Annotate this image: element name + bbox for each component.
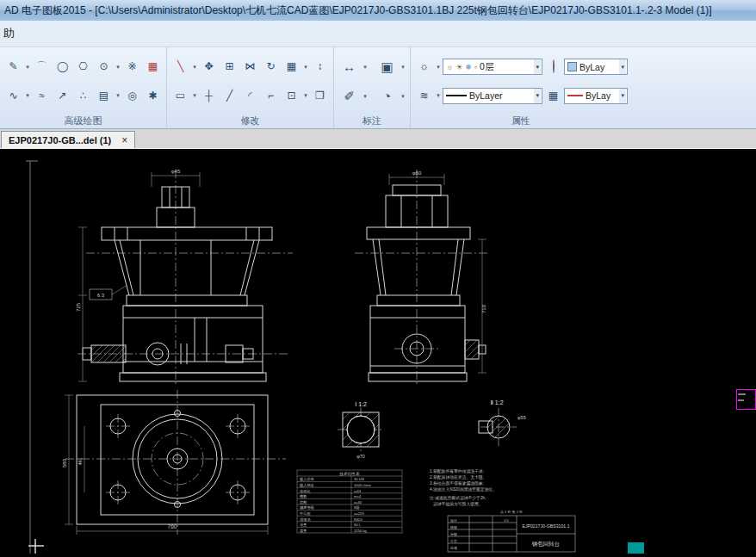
concentric-circle-tool-icon[interactable]: ◎ (122, 86, 142, 106)
paste-tool-icon[interactable]: ❐ (310, 86, 330, 106)
chevron-down-icon[interactable]: ▾ (435, 92, 442, 99)
chevron-down-icon[interactable]: ▾ (115, 92, 121, 99)
params-table-title: 技术特性表 (339, 472, 360, 477)
chevron-down-icon[interactable]: ▾ (302, 64, 309, 71)
svg-text:模数: 模数 (299, 494, 307, 498)
linetype-select[interactable]: ByLayer ▾ (443, 88, 542, 104)
detail2-label: Ⅱ 1:2 (490, 399, 503, 405)
chevron-down-icon[interactable]: ▾ (115, 64, 121, 71)
lineweight-select[interactable]: ByLay ▾ (564, 88, 628, 104)
grid-style-icon[interactable]: ▦ (543, 86, 563, 106)
fillet-tool-icon[interactable]: ◜ (240, 86, 260, 106)
point-tool-icon[interactable]: ⊙ (94, 57, 114, 77)
chevron-down-icon[interactable]: ▾ (435, 64, 442, 71)
svg-text:润滑油: 润滑油 (300, 517, 311, 522)
stretch-tool-icon[interactable]: ↕ (310, 57, 330, 77)
svg-text:工艺: 工艺 (450, 539, 457, 543)
contour-tool-icon[interactable]: ≈ (32, 86, 52, 106)
dim-plan-left2: 460 (77, 458, 83, 466)
drawing-number: EJP0217J0-GBS3101.1 (522, 523, 569, 529)
dim-side-right: 710 (481, 304, 486, 313)
dimension-tool-icon[interactable]: ↔ (338, 56, 361, 77)
arrow-tool-icon[interactable]: ↗ (53, 86, 72, 106)
ribbon-group-advanced-draw: ✎ ▾ ⌒ ◯ ⎔ ⊙ ▾ ※ ▦ ∿ ▾ ≈ ↗ ∴ ▤ ▾ (0, 47, 166, 128)
chevron-down-icon[interactable]: ▾ (191, 92, 198, 99)
svg-text:传动比: 传动比 (300, 489, 311, 493)
sheet-count: 共 1 张 第 1 张 (500, 510, 523, 514)
note-line: 2.装配后转动应灵活、无卡阻; (430, 474, 484, 480)
wave-curve-tool-icon[interactable]: ∿ (3, 86, 23, 106)
hatch-style-icon[interactable]: ≋ (414, 86, 434, 106)
svg-text:重量: 重量 (300, 529, 307, 533)
array-tool-icon[interactable]: ▦ (282, 57, 301, 77)
arc-tool-icon[interactable]: ⌒ (32, 57, 52, 77)
svg-text:m=4: m=4 (354, 494, 362, 498)
ribbon-group-dimension: ↔ ▾ ▣ ▾ ✐ ▾ ◔ ▾ 标注 (333, 47, 410, 128)
image-annotation-tool-icon[interactable]: ▣ (375, 56, 399, 77)
chevron-down-icon[interactable]: ▾ (619, 89, 626, 103)
note-line: 1.装配前所有零件须清洗干净; (430, 468, 484, 474)
chevron-down-icon[interactable]: ▾ (24, 64, 31, 71)
app-window: AD 电子图板2015 - [C:\Users\Administrator\De… (0, 0, 756, 557)
chevron-down-icon[interactable]: ▾ (400, 93, 406, 100)
move-tool-icon[interactable]: ✥ (199, 57, 219, 77)
detail2-dim: φ55 (517, 415, 526, 420)
formula-curve-tool-icon[interactable]: ※ (122, 57, 142, 77)
svg-text:z=40: z=40 (354, 500, 363, 504)
document-tab-label: EJP0217J0-GB...del (1) (9, 135, 111, 145)
document-tab[interactable]: EJP0217J0-GB...del (1) × (1, 131, 135, 148)
table-tool-icon[interactable]: ▦ (143, 57, 163, 77)
menu-help[interactable]: 助 (3, 26, 15, 41)
layer-select[interactable]: ☼ ☀ ❄ ▫ 0层 ▾ (443, 59, 542, 75)
document-tab-bar: EJP0217J0-GB...del (1) × (0, 129, 756, 149)
erase-tool-icon[interactable]: ╲ (170, 57, 190, 77)
chevron-down-icon[interactable]: ▾ (24, 92, 31, 99)
chevron-down-icon[interactable]: ▾ (362, 93, 369, 100)
scatter-points-tool-icon[interactable]: ∴ (73, 86, 93, 106)
detail-view-2 (479, 407, 515, 443)
tab-close-icon[interactable]: × (121, 134, 127, 146)
color-wheel-icon[interactable] (543, 57, 563, 77)
ribbon-group-modify: ╲ ▾ ✥ ⊞ ⋈ ↻ ▦ ▾ ↕ ▭ ▾ ┼ ╱ ◜ ⌐ ⊡ (166, 47, 333, 128)
chevron-down-icon[interactable]: ▾ (191, 64, 198, 71)
note-line: 注:减速机空载试运转不少于2h, (429, 495, 486, 500)
drawing-canvas[interactable]: φ45 725 φ60 710 760 580 460 6.3 Ⅰ 1:2 φ7… (0, 149, 756, 557)
ribbon: ✎ ▾ ⌒ ◯ ⎔ ⊙ ▾ ※ ▦ ∿ ▾ ≈ ↗ ∴ ▤ ▾ (0, 47, 756, 129)
selection-highlight (736, 389, 756, 410)
profile-tool-icon[interactable]: ▤ (94, 86, 114, 106)
tolerance-tool-icon[interactable]: ◔ (375, 85, 399, 107)
leader-tool-icon[interactable]: ✐ (338, 85, 361, 107)
chamfer-tool-icon[interactable]: ⌐ (261, 86, 281, 106)
rotate-tool-icon[interactable]: ↻ (261, 57, 281, 77)
chevron-down-icon[interactable]: ▾ (619, 59, 626, 74)
scale-tool-icon[interactable]: ▭ (170, 86, 190, 106)
ellipse-tool-icon[interactable]: ◯ (53, 57, 72, 77)
chevron-down-icon[interactable]: ▾ (534, 59, 541, 74)
side-view (367, 185, 486, 381)
layer-settings-icon[interactable]: ☼ (414, 57, 434, 77)
trim-tool-icon[interactable]: ╱ (220, 86, 239, 106)
cad-drawing: φ45 725 φ60 710 760 580 460 6.3 Ⅰ 1:2 φ7… (0, 149, 756, 557)
mirror-tool-icon[interactable]: ⋈ (240, 57, 260, 77)
ribbon-empty-area (631, 47, 756, 128)
note-line: 3.各结合面不得有渗漏油现象; (430, 480, 484, 486)
extend-tool-icon[interactable]: ┼ (199, 86, 219, 106)
sheet-frame (26, 161, 38, 554)
svg-text:60 L: 60 L (354, 523, 362, 527)
color-swatch-icon (567, 62, 577, 71)
svg-text:1000 r/min: 1000 r/min (354, 483, 371, 487)
break-tool-icon[interactable]: ⊡ (282, 86, 301, 106)
chevron-down-icon[interactable]: ▾ (534, 89, 541, 103)
window-title: AD 电子图板2015 - [C:\Users\Administrator\De… (4, 3, 712, 18)
sheet-corner-mark (28, 539, 44, 554)
color-ball-icon (553, 59, 555, 73)
color-select[interactable]: ByLay ▾ (564, 59, 628, 75)
copy-tool-icon[interactable]: ⊞ (220, 57, 239, 77)
chevron-down-icon[interactable]: ▾ (400, 64, 406, 71)
star-tool-icon[interactable]: ✱ (143, 86, 163, 106)
title-bar[interactable]: AD 电子图板2015 - [C:\Users\Administrator\De… (0, 0, 756, 21)
spline-tool-icon[interactable]: ✎ (3, 57, 23, 77)
polygon-tool-icon[interactable]: ⎔ (73, 57, 93, 77)
chevron-down-icon[interactable]: ▾ (362, 64, 369, 71)
chevron-down-icon[interactable]: ▾ (302, 92, 309, 99)
